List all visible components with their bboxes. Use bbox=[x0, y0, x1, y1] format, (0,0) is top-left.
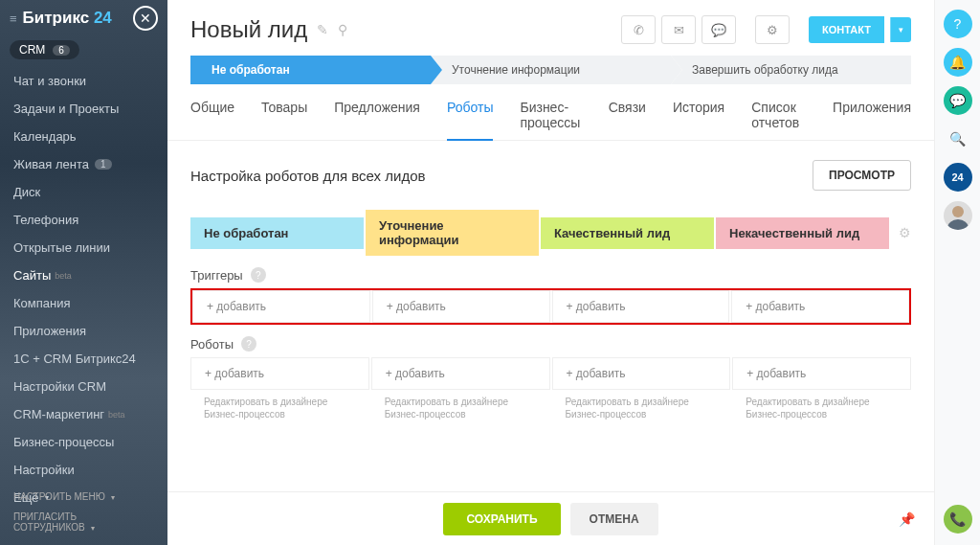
nav-telephony[interactable]: Телефония bbox=[0, 206, 167, 234]
tab-general[interactable]: Общие bbox=[190, 100, 234, 140]
nav-chat[interactable]: Чат и звонки bbox=[0, 67, 167, 95]
tab-relations[interactable]: Связи bbox=[609, 100, 646, 140]
nav-openlines[interactable]: Открытые линии bbox=[0, 234, 167, 261]
content-title: Настройка роботов для всех лидов bbox=[190, 168, 425, 184]
tab-bp[interactable]: Бизнес-процессы bbox=[520, 100, 581, 140]
chevron-down-icon: ▾ bbox=[111, 493, 115, 502]
hint-2[interactable]: Редактировать в дизайнере Бизнес-процесс… bbox=[552, 396, 731, 420]
hamburger-icon[interactable]: ≡ bbox=[10, 11, 17, 26]
hint-0[interactable]: Редактировать в дизайнере Бизнес-процесс… bbox=[190, 396, 369, 420]
search-button[interactable]: 🔍 bbox=[944, 125, 972, 153]
pin-icon[interactable]: 📌 bbox=[899, 511, 915, 527]
tab-products[interactable]: Товары bbox=[261, 100, 307, 140]
page-title: Новый лид bbox=[190, 16, 307, 43]
notifications-button[interactable]: 🔔 bbox=[944, 48, 972, 77]
chevron-down-icon: ▾ bbox=[91, 524, 95, 533]
configure-menu[interactable]: НАСТРОИТЬ МЕНЮ▾ bbox=[13, 487, 154, 507]
save-button[interactable]: СОХРАНИТЬ bbox=[443, 503, 560, 535]
nav-crm-settings[interactable]: Настройки CRM bbox=[0, 373, 167, 400]
help-icon[interactable]: ? bbox=[241, 336, 256, 352]
mail-button[interactable]: ✉ bbox=[661, 15, 696, 44]
nav-crm-marketing[interactable]: CRM-маркетингbeta bbox=[0, 400, 167, 428]
header-actions: ✆ ✉ 💬 ⚙ КОНТАКТ ▾ bbox=[621, 15, 911, 44]
add-trigger-3[interactable]: + добавить bbox=[731, 290, 909, 323]
nav-sites[interactable]: Сайтыbeta bbox=[0, 261, 167, 289]
triggers-label: Триггеры ? bbox=[190, 267, 911, 283]
help-button[interactable]: ? bbox=[944, 10, 972, 38]
status-columns: Не обработан Уточнение информации Качест… bbox=[190, 210, 911, 256]
edit-icon[interactable]: ✎ bbox=[317, 22, 328, 37]
contact-dropdown[interactable]: ▾ bbox=[890, 17, 911, 42]
add-robot-2[interactable]: + добавить bbox=[552, 357, 731, 390]
add-robot-3[interactable]: + добавить bbox=[732, 357, 911, 390]
status-noquality[interactable]: Некачественный лид bbox=[716, 217, 889, 249]
tabs: Общие Товары Предложения Роботы Бизнес-п… bbox=[167, 84, 934, 141]
right-rail: ? 🔔 💬 🔍 24 📞 bbox=[934, 0, 980, 545]
b24-button[interactable]: 24 bbox=[944, 163, 972, 192]
settings-button[interactable]: ⚙ bbox=[755, 15, 790, 44]
help-icon[interactable]: ? bbox=[251, 267, 266, 283]
contact-button[interactable]: КОНТАКТ bbox=[809, 16, 884, 43]
nav-disk[interactable]: Диск bbox=[0, 178, 167, 206]
status-clarify[interactable]: Уточнение информации bbox=[366, 210, 539, 256]
cancel-button[interactable]: ОТМЕНА bbox=[570, 503, 658, 535]
stage-finish[interactable]: Завершить обработку лида bbox=[671, 56, 911, 84]
hints-row: Редактировать в дизайнере Бизнес-процесс… bbox=[190, 396, 911, 420]
nav-tasks[interactable]: Задачи и Проекты bbox=[0, 95, 167, 123]
robots-row: + добавить + добавить + добавить + добав… bbox=[190, 357, 911, 390]
tab-robots[interactable]: Роботы bbox=[447, 100, 493, 141]
phone-button[interactable]: 📞 bbox=[944, 505, 972, 534]
stage-not-processed[interactable]: Не обработан bbox=[190, 56, 431, 84]
status-settings-icon[interactable]: ⚙ bbox=[899, 225, 911, 240]
logo: Битрикс 24 bbox=[23, 9, 112, 28]
stage-bar: Не обработан Уточнение информации Заверш… bbox=[167, 56, 934, 84]
link-icon[interactable]: ⚲ bbox=[338, 22, 347, 37]
tab-offers[interactable]: Предложения bbox=[334, 100, 420, 140]
chat-rail-button[interactable]: 💬 bbox=[944, 86, 972, 115]
add-trigger-0[interactable]: + добавить bbox=[192, 290, 370, 323]
svg-point-1 bbox=[947, 219, 969, 230]
chat-button[interactable]: 💬 bbox=[702, 15, 736, 44]
nav-1c[interactable]: 1С + CRM Битрикс24 bbox=[0, 345, 167, 373]
tab-history[interactable]: История bbox=[673, 100, 724, 140]
nav-company[interactable]: Компания bbox=[0, 289, 167, 317]
content: Настройка роботов для всех лидов ПРОСМОТ… bbox=[167, 141, 934, 440]
nav-calendar[interactable]: Календарь bbox=[0, 123, 167, 150]
tab-reports[interactable]: Список отчетов bbox=[751, 100, 806, 140]
page-header: Новый лид ✎ ⚲ ✆ ✉ 💬 ⚙ КОНТАКТ ▾ bbox=[167, 0, 934, 56]
nav-bp[interactable]: Бизнес-процессы bbox=[0, 428, 167, 456]
sidebar-footer: НАСТРОИТЬ МЕНЮ▾ ПРИГЛАСИТЬ СОТРУДНИКОВ▾ bbox=[0, 479, 167, 545]
footer-bar: СОХРАНИТЬ ОТМЕНА 📌 bbox=[167, 491, 934, 545]
svg-point-0 bbox=[952, 206, 964, 217]
add-trigger-1[interactable]: + добавить bbox=[372, 290, 550, 323]
tab-apps[interactable]: Приложения bbox=[833, 100, 911, 140]
stage-clarify[interactable]: Уточнение информации bbox=[431, 56, 671, 84]
status-not-processed[interactable]: Не обработан bbox=[190, 217, 364, 249]
sidebar-header: ≡ Битрикс 24 ✕ bbox=[0, 0, 167, 36]
nav-feed[interactable]: Живая лента1 bbox=[0, 150, 167, 178]
hint-3[interactable]: Редактировать в дизайнере Бизнес-процесс… bbox=[732, 396, 911, 420]
crm-badge[interactable]: CRM 6 bbox=[10, 40, 79, 59]
avatar[interactable] bbox=[944, 201, 972, 230]
add-robot-1[interactable]: + добавить bbox=[371, 357, 550, 390]
hint-1[interactable]: Редактировать в дизайнере Бизнес-процесс… bbox=[371, 396, 550, 420]
status-quality[interactable]: Качественный лид bbox=[541, 217, 714, 249]
preview-button[interactable]: ПРОСМОТР bbox=[813, 160, 911, 191]
robots-label: Роботы ? bbox=[190, 336, 911, 352]
sidebar: ≡ Битрикс 24 ✕ CRM 6 Чат и звонки Задачи… bbox=[0, 0, 167, 545]
call-button[interactable]: ✆ bbox=[621, 15, 656, 44]
invite-employees[interactable]: ПРИГЛАСИТЬ СОТРУДНИКОВ▾ bbox=[13, 507, 154, 537]
add-trigger-2[interactable]: + добавить bbox=[552, 290, 730, 323]
main: Новый лид ✎ ⚲ ✆ ✉ 💬 ⚙ КОНТАКТ ▾ Не обраб… bbox=[167, 0, 934, 545]
content-header: Настройка роботов для всех лидов ПРОСМОТ… bbox=[190, 160, 911, 191]
close-button[interactable]: ✕ bbox=[133, 6, 158, 31]
add-robot-0[interactable]: + добавить bbox=[190, 357, 369, 390]
nav-apps[interactable]: Приложения bbox=[0, 317, 167, 345]
triggers-row: + добавить + добавить + добавить + добав… bbox=[190, 288, 911, 325]
